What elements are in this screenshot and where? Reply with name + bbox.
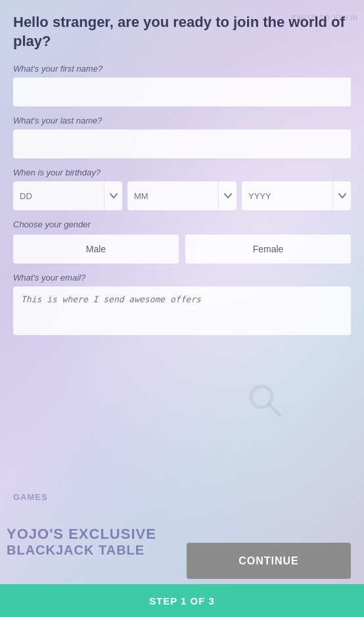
last-name-field-group: What's your last name? [13,116,351,168]
first-name-input[interactable] [13,78,351,106]
page-title: Hello stranger, are you ready to join th… [13,13,351,51]
birthday-month-input[interactable] [127,181,218,210]
birthday-day-input[interactable] [13,181,104,210]
birthday-year-input[interactable] [242,181,332,210]
continue-button[interactable]: CONTINUE [187,543,351,579]
first-name-label: What's your first name? [13,64,351,74]
birthday-year-chevron[interactable] [332,181,351,210]
birthday-year-wrapper [242,181,351,210]
birthday-day-wrapper [13,181,122,210]
email-input[interactable] [13,286,351,335]
birthday-day-chevron[interactable] [104,181,122,210]
gender-field-group: Choose your gender Male Female [13,219,351,263]
blackjack-banner: YOJO'S EXCLUSIVE BLACKJACK TABLE [7,526,184,558]
svg-line-1 [269,404,280,415]
form-container: Hello stranger, are you ready to join th… [0,0,364,338]
gender-row: Male Female [13,235,351,263]
yojo-text: YOJO'S EXCLUSIVE [7,526,184,543]
email-label: What's your email? [13,273,351,283]
games-label: GAMES [13,492,48,502]
birthday-field-group: When is your birthday? [13,168,351,210]
search-icon [246,381,285,421]
last-name-label: What's your last name? [13,116,351,126]
gender-male-button[interactable]: Male [13,235,179,263]
birthday-month-chevron[interactable] [218,181,237,210]
blackjack-text: BLACKJACK TABLE [7,543,184,558]
step-text: STEP 1 OF 3 [149,595,215,606]
email-field-group: What's your email? [13,273,351,338]
birthday-month-wrapper [127,181,237,210]
first-name-field-group: What's your first name? [13,64,351,116]
last-name-input[interactable] [13,129,351,158]
birthday-row [13,181,351,210]
gender-label: Choose your gender [13,219,351,229]
gender-female-button[interactable]: Female [185,235,351,263]
step-bar: STEP 1 OF 3 [0,584,364,617]
birthday-label: When is your birthday? [13,168,351,177]
